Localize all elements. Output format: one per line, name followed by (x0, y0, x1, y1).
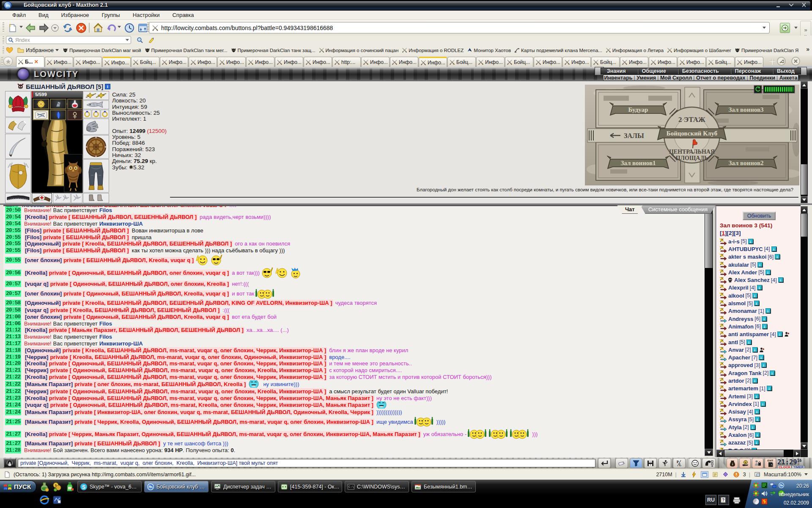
search-input[interactable]: Яndex (15, 37, 126, 43)
address-bar[interactable]: http://lowcity.combats.com/buttons.pl?ba… (149, 22, 770, 33)
browser-tab[interactable]: Бойц... (505, 57, 533, 67)
menu-item[interactable]: Группы (95, 11, 126, 19)
player-name[interactable]: Axalon (728, 432, 746, 438)
slot-amulet[interactable] (67, 110, 82, 120)
browser-tab[interactable]: Инфо... (160, 57, 188, 67)
player-name[interactable]: azazaz (728, 439, 746, 446)
download-icon[interactable] (680, 471, 687, 478)
favorite-item[interactable]: Информация о RODLEZ (402, 47, 464, 53)
history-button[interactable] (123, 21, 136, 34)
players-hscroll-thumb[interactable] (724, 450, 784, 457)
history-dropdown[interactable] (50, 21, 60, 34)
player-info-icon[interactable] (771, 246, 777, 252)
exit-button[interactable]: EXIT (765, 458, 776, 468)
attack-icon-blue[interactable] (719, 315, 727, 323)
tray-grid-icon[interactable] (761, 482, 768, 489)
minimize-button[interactable] (776, 3, 783, 8)
player-name[interactable]: a-i-s (728, 238, 740, 245)
taskbar-button[interactable]: Бойцовский клуб - М... (144, 481, 208, 492)
attack-icon-blue[interactable] (719, 354, 727, 361)
browser-tab[interactable]: Бойц... (447, 57, 476, 67)
game-nav-link[interactable]: Безопасность (678, 68, 719, 74)
restore-button[interactable] (788, 3, 796, 8)
favorite-item[interactable]: Примерочная DarkClan маг мой (63, 47, 141, 53)
players-scroll-right[interactable] (793, 450, 801, 457)
filter-button[interactable] (630, 458, 642, 468)
browser-tab[interactable]: Инфо... (74, 57, 102, 67)
player-name[interactable]: Arvindex (728, 401, 752, 407)
save-log-button[interactable]: ! (644, 458, 657, 468)
player-name[interactable]: Animafon (728, 323, 754, 330)
browser-tab[interactable]: Инфо... (275, 57, 303, 67)
players-scroll-left[interactable] (716, 450, 724, 457)
player-info-icon[interactable] (757, 285, 763, 290)
tray-agent-icon[interactable] (752, 482, 760, 489)
lightning-icon[interactable] (690, 471, 698, 478)
tray-sync-icon[interactable] (769, 490, 776, 497)
player-name[interactable]: alkool (728, 293, 744, 299)
map-refresh-button[interactable] (754, 86, 762, 93)
chat-scrollbar[interactable] (705, 206, 713, 456)
game-logo[interactable]: LOWCITY (34, 69, 79, 79)
quicklaunch-messenger-icon[interactable] (52, 494, 63, 505)
browser-tab[interactable]: Бойц... (131, 57, 159, 67)
tab-close-icon[interactable]: ✕ (34, 60, 38, 64)
tray-sphere-icon[interactable] (752, 498, 760, 505)
player-info-icon[interactable] (778, 277, 784, 283)
slot-darts[interactable] (83, 91, 109, 100)
attack-icon[interactable] (719, 385, 727, 392)
favorite-item[interactable]: Примерочная DarkClan Я (735, 47, 799, 53)
attack-icon[interactable] (719, 431, 727, 439)
player-name[interactable]: Assyra (728, 416, 746, 422)
browser-tab[interactable]: Инфо... (476, 57, 505, 67)
language-indicator[interactable]: RU (705, 495, 716, 505)
attack-icon[interactable] (719, 370, 727, 377)
help-tray-icon[interactable]: ? (718, 495, 729, 505)
attack-icon[interactable] (719, 400, 727, 408)
player-name[interactable]: Andreyss (728, 316, 753, 322)
favorites-heart-icon[interactable] (6, 47, 13, 54)
menu-item[interactable]: Вид (32, 11, 55, 19)
quicklaunch-coins-icon[interactable]: $ (52, 481, 63, 492)
attack-icon[interactable] (719, 307, 727, 315)
browser-tab[interactable]: Инфо... (534, 57, 562, 67)
attack-icon-blue[interactable] (719, 424, 727, 431)
taskbar-button[interactable]: Безымянный1.bmp - ... (411, 481, 476, 492)
close-button[interactable] (801, 3, 809, 8)
slot-ring-1[interactable] (83, 110, 91, 118)
chat-scroll-thumb[interactable] (705, 214, 713, 268)
players-hscrollbar[interactable] (716, 450, 801, 457)
player-info-icon[interactable] (755, 417, 760, 422)
slot-orb[interactable] (33, 99, 49, 109)
money-info-button[interactable]: i (727, 458, 738, 468)
player-info-icon[interactable] (754, 409, 760, 414)
browser-tab[interactable]: Инфо... (649, 57, 677, 67)
game-nav-link[interactable]: Персонаж (731, 68, 761, 74)
favorites-overflow[interactable]: » (806, 46, 809, 52)
pet-owl[interactable] (64, 154, 82, 192)
browser-tab[interactable]: http:... (332, 57, 361, 67)
menu-item[interactable]: Настройки (126, 11, 166, 19)
scroll-thumb[interactable] (801, 164, 807, 195)
undo-button[interactable] (105, 21, 118, 34)
favorite-item[interactable]: Информация о Летира (606, 47, 664, 53)
chat-message-input[interactable] (18, 459, 595, 467)
player-info-icon[interactable] (754, 394, 760, 399)
page-link[interactable]: [1] (720, 230, 727, 236)
game-nav-link[interactable]: Выход (773, 68, 795, 74)
new-tab-dropdown[interactable] (19, 26, 23, 30)
close-tabs-button[interactable] (791, 57, 800, 66)
attack-icon[interactable] (719, 393, 727, 400)
browser-tab[interactable]: Инфо... (390, 57, 418, 67)
player-info-icon[interactable] (755, 432, 760, 438)
attack-icon[interactable] (719, 246, 727, 253)
player-name[interactable]: Alex Ander (728, 269, 757, 276)
tab-star-button[interactable] (3, 57, 13, 66)
player-info-icon[interactable] (746, 340, 752, 345)
attack-icon[interactable] (719, 377, 727, 384)
browser-tab[interactable]: Инфо... (678, 57, 706, 67)
player-name[interactable]: Alex Sanchez (734, 277, 770, 283)
quicklaunch-potion-icon[interactable] (39, 481, 50, 492)
stop-button[interactable] (74, 21, 88, 34)
new-tab-plus-button[interactable] (767, 58, 777, 66)
